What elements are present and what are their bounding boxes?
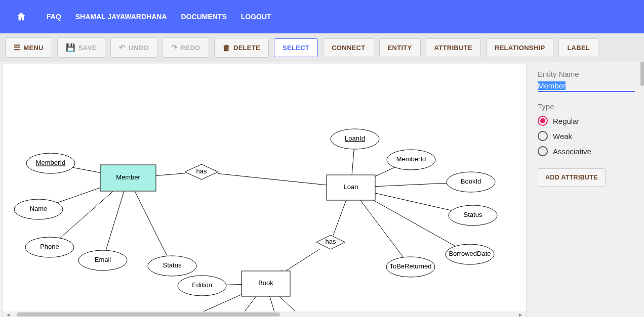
attribute-connector <box>135 191 167 256</box>
delete-button[interactable]: 🗑DELETE <box>214 38 269 58</box>
entity-label: ENTITY <box>388 44 412 52</box>
scroll-left-arrow[interactable]: ◄ <box>5 312 12 318</box>
menu-button[interactable]: ☰MENU <box>5 37 52 58</box>
relationship-label: has <box>196 167 207 175</box>
scroll-track[interactable] <box>12 311 517 317</box>
attribute-connector <box>360 200 404 257</box>
home-icon <box>16 11 27 22</box>
horizontal-scrollbar[interactable]: ◄ ► <box>3 311 526 317</box>
nav-link-faq[interactable]: FAQ <box>47 13 61 21</box>
delete-label: DELETE <box>233 44 260 52</box>
attribute-connector <box>57 188 100 203</box>
attribute-label: ATTRIBUTE <box>434 44 472 52</box>
panel-scroll-thumb[interactable] <box>640 62 644 86</box>
attribute-label: MemberId <box>396 155 426 163</box>
entity-tool-button[interactable]: ENTITY <box>379 38 421 57</box>
attribute-label: LoanId <box>345 134 365 142</box>
attribute-label: Phone <box>40 243 59 250</box>
undo-button: ↶UNDO <box>110 37 157 58</box>
home-button[interactable] <box>10 6 32 28</box>
relationship-connector <box>218 173 327 185</box>
nav-link-user[interactable]: SHAMAL JAYAWARDHANA <box>75 13 167 21</box>
attribute-label: BookId <box>461 177 481 185</box>
redo-button: ↷REDO <box>163 37 209 58</box>
top-nav: FAQ SHAMAL JAYAWARDHANA DOCUMENTS LOGOUT <box>0 0 644 33</box>
entity-name-label: Entity Name <box>538 70 635 78</box>
select-label: SELECT <box>283 44 309 52</box>
attribute-tool-button[interactable]: ATTRIBUTE <box>426 38 481 57</box>
attribute-connector <box>352 149 354 175</box>
type-option-associative[interactable]: Associative <box>538 146 635 156</box>
label-tool-button[interactable]: LABEL <box>558 38 598 57</box>
nav-link-logout[interactable]: LOGOUT <box>241 13 271 21</box>
entity-label: Loan <box>344 183 358 191</box>
attribute-connector <box>60 191 113 238</box>
properties-panel: Entity Name Member Type Regular Weak Ass… <box>529 62 644 317</box>
scroll-right-arrow[interactable]: ► <box>517 312 524 318</box>
save-label: SAVE <box>78 44 97 52</box>
radio-icon <box>538 131 548 141</box>
menu-icon: ☰ <box>14 43 20 52</box>
redo-label: REDO <box>181 44 200 52</box>
undo-icon: ↶ <box>119 43 126 52</box>
attribute-connector <box>374 200 456 246</box>
type-option-weak[interactable]: Weak <box>538 131 635 141</box>
relationship-connector <box>156 173 185 176</box>
er-diagram-svg: MemberLoanBookhashasMemberIdNamePhoneEma… <box>3 64 524 317</box>
attribute-connector <box>375 183 447 187</box>
save-button: 💾SAVE <box>57 37 105 58</box>
attribute-connector <box>73 167 100 172</box>
relationship-label: has <box>326 238 336 245</box>
trash-icon: 🗑 <box>223 43 230 52</box>
type-label: Type <box>538 102 635 111</box>
attribute-label: Email <box>95 256 111 263</box>
type-option-label: Associative <box>553 147 591 156</box>
relationship-label: RELATIONSHIP <box>495 44 545 52</box>
menu-label: MENU <box>23 44 43 52</box>
relationship-connector <box>333 200 346 235</box>
radio-icon <box>538 116 548 126</box>
undo-label: UNDO <box>129 44 148 52</box>
connect-tool-button[interactable]: CONNECT <box>323 38 374 57</box>
attribute-label: BorrowedDate <box>449 250 491 257</box>
attribute-label: Edition <box>192 281 212 289</box>
entity-label: Book <box>258 279 273 287</box>
scroll-thumb[interactable] <box>17 312 280 316</box>
select-tool-button[interactable]: SELECT <box>274 38 318 57</box>
attribute-connector <box>226 285 242 285</box>
label-label: LABEL <box>567 44 590 52</box>
attribute-connector <box>106 191 124 250</box>
radio-icon <box>538 146 548 156</box>
redo-icon: ↷ <box>171 43 178 52</box>
attribute-label: MemberId <box>36 159 66 166</box>
add-attribute-button[interactable]: ADD ATTRIBUTE <box>538 168 606 187</box>
type-option-label: Weak <box>553 132 572 141</box>
attribute-label: ToBeReturned <box>389 262 431 270</box>
nav-link-documents[interactable]: DOCUMENTS <box>181 13 227 21</box>
type-option-regular[interactable]: Regular <box>538 116 635 126</box>
relationship-tool-button[interactable]: RELATIONSHIP <box>486 38 553 57</box>
save-icon: 💾 <box>66 43 75 52</box>
connect-label: CONNECT <box>332 44 365 52</box>
attribute-label: Status <box>464 211 482 218</box>
attribute-label: Status <box>163 261 182 269</box>
diagram-canvas[interactable]: MemberLoanBookhashasMemberIdNamePhoneEma… <box>2 64 527 317</box>
attribute-connector <box>375 167 395 176</box>
relationship-connector <box>286 249 319 271</box>
entity-name-input[interactable]: Member <box>538 80 635 92</box>
entity-label: Member <box>116 173 140 181</box>
main-area: MemberLoanBookhashasMemberIdNamePhoneEma… <box>0 62 644 317</box>
type-option-label: Regular <box>553 117 580 125</box>
entity-name-value: Member <box>538 81 566 90</box>
toolbar: ☰MENU 💾SAVE ↶UNDO ↷REDO 🗑DELETE SELECT C… <box>0 33 644 62</box>
attribute-label: Name <box>30 205 48 212</box>
